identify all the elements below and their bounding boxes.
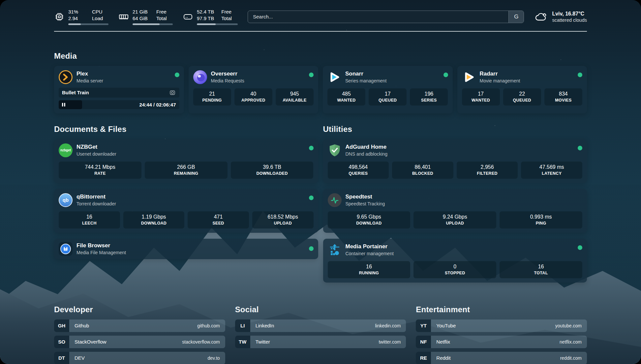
video-icon (169, 89, 176, 96)
section-title-developer: Developer (54, 305, 225, 314)
bookmark-abbr: DT (54, 352, 69, 364)
memory-labels: FreeTotal (156, 9, 173, 22)
bookmark-stackoverflow[interactable]: SO StackOverflow stackoverflow.com (54, 336, 225, 348)
cpu-progress-bar (68, 23, 108, 25)
bookmark-url: netflix.com (560, 339, 587, 345)
bookmark-name: Twitter (250, 339, 270, 345)
stat-queued: 22QUEUED (503, 88, 541, 106)
bookmark-name: LinkedIn (250, 323, 274, 328)
app-name: qBittorrent (76, 194, 116, 200)
system-stats: 31%2.94 CPULoad (54, 9, 238, 25)
app-card-radarr[interactable]: Radarr Movie management 17WANTED 22QUEUE… (457, 66, 587, 113)
bookmark-url: youtube.com (555, 323, 587, 328)
playback-time: 24:44 / 02:06:47 (139, 102, 179, 107)
stat-wanted: 17WANTED (462, 88, 500, 106)
bookmark-url: linkedin.com (375, 323, 406, 328)
sonarr-icon (327, 70, 341, 84)
portainer-icon (328, 243, 342, 257)
bookmark-url: stackoverflow.com (182, 339, 225, 345)
bookmark-abbr: SO (54, 336, 69, 348)
app-card-portainer[interactable]: Media Portainer Container management 16R… (323, 239, 587, 283)
app-name: Sonarr (345, 71, 386, 77)
app-name: NZBGet (76, 144, 116, 150)
bookmark-name: Reddit (431, 355, 450, 361)
weather-widget: Lviv, 16.87°C scattered clouds (534, 11, 587, 23)
speedtest-icon (328, 193, 342, 207)
bookmark-abbr: NF (416, 336, 431, 348)
app-desc: Usenet downloader (76, 151, 116, 157)
weather-location: Lviv, 16.87°C (552, 11, 587, 17)
bookmark-dev-to[interactable]: DT DEV dev.to (54, 352, 225, 364)
bookmark-name: Netflix (431, 339, 450, 345)
bookmark-linkedin[interactable]: LI LinkedIn linkedin.com (235, 319, 406, 332)
app-desc: Media server (76, 78, 103, 83)
section-title-entertainment: Entertainment (416, 305, 587, 314)
bookmark-youtube[interactable]: YT YouTube youtube.com (416, 319, 587, 332)
memory-values: 21 GiB64 GiB (133, 9, 149, 22)
bookmark-twitter[interactable]: TW Twitter twitter.com (235, 336, 406, 348)
bookmark-abbr: LI (235, 319, 250, 332)
cloud-icon (534, 11, 548, 23)
app-desc: Torrent downloader (76, 201, 116, 206)
app-desc: Series management (345, 78, 386, 83)
status-online-dot (578, 146, 582, 150)
developer-links: Developer GH Github github.com SO StackO… (54, 305, 225, 364)
app-card-plex[interactable]: Plex Media server Bullet Train (54, 66, 184, 113)
status-online-dot (309, 73, 314, 77)
section-title-utilities: Utilities (323, 125, 587, 134)
stat-pending: 21PENDING (193, 88, 231, 106)
app-card-nzbget[interactable]: nzbget NZBGet Usenet downloader 744.21 M… (54, 139, 318, 183)
app-name: Media Portainer (346, 243, 394, 250)
app-card-filebrowser[interactable]: File Browser Media File Management (54, 239, 318, 259)
bookmark-abbr: YT (416, 319, 431, 332)
header-divider (54, 31, 587, 32)
stat-download: 1.19 GbpsDOWNLOAD (123, 211, 185, 228)
status-online-dot (578, 73, 582, 77)
app-card-overseerr[interactable]: Overseerr Media Requests 21PENDING 40APP… (189, 66, 319, 113)
app-name: Plex (76, 71, 103, 77)
storage-labels: FreeTotal (221, 9, 238, 22)
bookmark-url: reddit.com (560, 355, 587, 361)
section-title-media: Media (54, 51, 587, 61)
ram-icon (118, 12, 129, 22)
stat-upload: 618.52 MbpsUPLOAD (252, 211, 314, 228)
adguard-icon (328, 143, 342, 157)
plex-icon (59, 70, 73, 84)
search-engine-button[interactable]: G (508, 11, 524, 23)
bookmark-netflix[interactable]: NF Netflix netflix.com (416, 336, 587, 348)
pause-button[interactable] (62, 103, 66, 107)
stat-available: 945AVAILABLE (276, 88, 314, 106)
app-name: Speedtest (346, 194, 385, 200)
app-desc: DNS and adblocking (346, 151, 388, 157)
bookmark-reddit[interactable]: RE Reddit reddit.com (416, 352, 587, 364)
status-online-dot (309, 196, 314, 200)
cpu-icon (54, 12, 65, 22)
playback-progress-bar: 24:44 / 02:06:47 (59, 100, 179, 109)
app-name: Overseerr (211, 71, 244, 77)
stat-total: 16TOTAL (500, 261, 582, 278)
section-title-documents: Documents & Files (54, 125, 318, 134)
memory-progress-bar (133, 23, 173, 25)
bookmark-name: Github (69, 323, 89, 328)
app-card-speedtest[interactable]: Speedtest Speedtest Tracking 9.65 GbpsDO… (323, 189, 587, 233)
app-card-adguard[interactable]: AdGuard Home DNS and adblocking 498,564Q… (323, 139, 587, 183)
app-name: AdGuard Home (346, 144, 388, 150)
status-online-dot (309, 246, 314, 251)
bookmark-abbr: TW (235, 336, 250, 348)
bookmark-github[interactable]: GH Github github.com (54, 319, 225, 332)
stat-latency: 47.569 msLATENCY (521, 162, 582, 179)
app-name: File Browser (76, 242, 126, 249)
search-input[interactable] (248, 11, 508, 23)
bookmark-name: StackOverflow (69, 339, 107, 345)
app-card-qbittorrent[interactable]: qb qBittorrent Torrent downloader 16LEEC… (54, 189, 318, 233)
entertainment-links: Entertainment YT YouTube youtube.com NF … (416, 305, 587, 364)
qbittorrent-icon: qb (59, 193, 73, 207)
dashboard-screen: 31%2.94 CPULoad (0, 0, 641, 364)
storage-values: 52.4 TB97.9 TB (197, 9, 214, 22)
stat-stopped: 0STOPPED (413, 261, 496, 278)
status-online-dot (443, 73, 448, 77)
app-card-sonarr[interactable]: Sonarr Series management 485WANTED 17QUE… (323, 66, 453, 113)
app-desc: Movie management (480, 78, 520, 83)
app-desc: Container management (346, 251, 394, 256)
radarr-icon (462, 70, 476, 84)
